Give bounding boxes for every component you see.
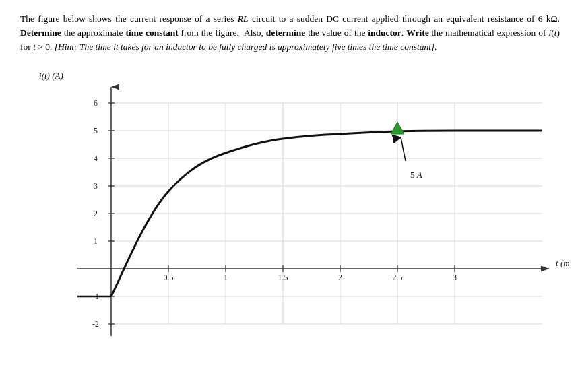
peak-marker [391, 122, 404, 134]
page: The figure below shows the current respo… [0, 0, 580, 392]
svg-text:-2: -2 [92, 319, 99, 329]
svg-text:2.5: 2.5 [393, 273, 403, 282]
svg-text:6: 6 [94, 98, 98, 108]
svg-text:1: 1 [94, 236, 98, 246]
svg-text:0.5: 0.5 [164, 273, 174, 282]
annotation-label: 5 A [410, 170, 422, 180]
chart-svg: 6 5 4 3 2 1 -1 -2 0.5 [57, 80, 569, 343]
svg-text:3: 3 [94, 181, 98, 191]
svg-text:2: 2 [94, 209, 98, 218]
svg-text:3: 3 [453, 273, 457, 282]
svg-text:1: 1 [224, 273, 228, 282]
svg-text:5: 5 [94, 126, 98, 135]
x-axis-label: t (ms) [556, 258, 569, 268]
svg-text:4: 4 [94, 154, 98, 163]
problem-text: The figure below shows the current respo… [20, 12, 560, 55]
svg-text:2: 2 [338, 273, 342, 282]
svg-text:1.5: 1.5 [278, 273, 288, 282]
svg-line-48 [401, 137, 406, 161]
